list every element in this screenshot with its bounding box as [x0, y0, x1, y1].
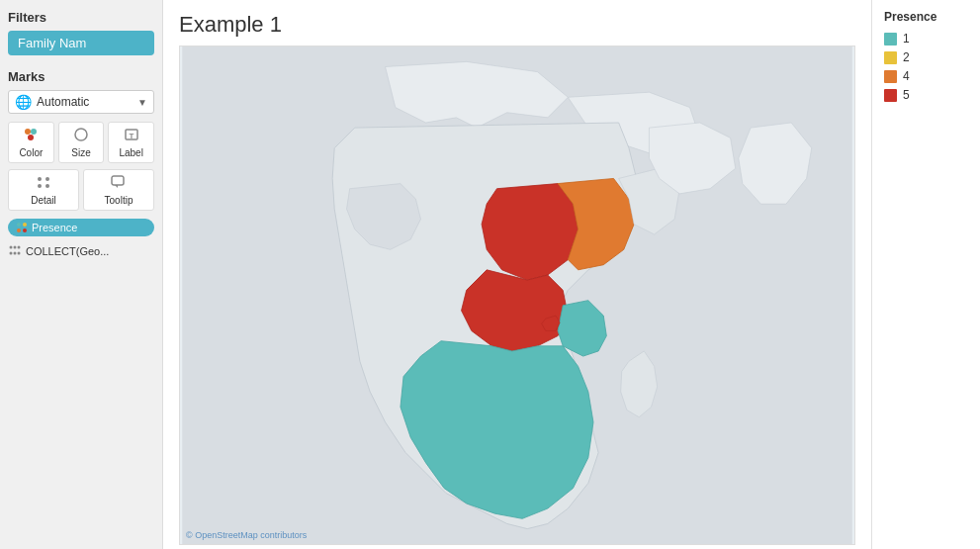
svg-point-21: [18, 252, 21, 255]
marks-type-dropdown[interactable]: 🌐 Automatic ▼: [8, 90, 154, 114]
size-label: Size: [71, 147, 90, 158]
color-label: Color: [19, 147, 43, 158]
label-button[interactable]: T Label: [108, 122, 154, 163]
attribution: © OpenStreetMap contributors: [186, 530, 307, 540]
tooltip-button[interactable]: Tooltip: [83, 169, 154, 211]
collect-label: COLLECT(Geo...: [26, 245, 109, 257]
svg-point-2: [28, 135, 34, 140]
map-svg: [180, 46, 854, 544]
globe-icon: 🌐: [15, 94, 32, 110]
svg-point-17: [14, 246, 17, 249]
marks-grid: Color Size T Label: [8, 122, 154, 163]
dropdown-label: Automatic: [37, 95, 137, 109]
legend-label-4: 4: [903, 69, 910, 83]
tooltip-icon: [111, 174, 127, 193]
detail-button[interactable]: Detail: [8, 169, 79, 211]
chevron-down-icon: ▼: [137, 97, 147, 108]
legend-item-5: 5: [884, 88, 968, 102]
svg-point-3: [75, 129, 87, 140]
legend-swatch-4: [884, 70, 897, 83]
color-button[interactable]: Color: [8, 122, 54, 163]
color-icon: [23, 127, 39, 145]
svg-marker-11: [115, 185, 118, 188]
legend-swatch-2: [884, 51, 897, 64]
svg-point-16: [10, 246, 13, 249]
size-icon: [73, 127, 89, 145]
svg-point-15: [23, 229, 27, 232]
svg-point-14: [17, 229, 21, 232]
label-icon: T: [124, 127, 139, 145]
legend-swatch-5: [884, 89, 897, 102]
svg-point-0: [25, 129, 31, 135]
marks-section: Marks 🌐 Automatic ▼ Color: [8, 69, 154, 262]
label-label: Label: [119, 147, 142, 158]
family-name-filter[interactable]: Family Nam: [8, 31, 154, 55]
svg-point-13: [23, 223, 27, 227]
svg-point-1: [31, 129, 37, 135]
legend-item-2: 2: [884, 50, 968, 64]
collect-icon: [8, 243, 22, 259]
collect-pill[interactable]: COLLECT(Geo...: [8, 240, 154, 262]
legend-item-1: 1: [884, 32, 968, 46]
tooltip-label: Tooltip: [105, 195, 134, 206]
svg-point-7: [45, 177, 49, 181]
marks-row2: Detail Tooltip: [8, 169, 154, 211]
presence-label: Presence: [32, 222, 77, 233]
svg-point-18: [18, 246, 21, 249]
legend-swatch-1: [884, 33, 897, 46]
filters-title: Filters: [8, 10, 154, 25]
legend-item-4: 4: [884, 69, 968, 83]
legend-label-1: 1: [903, 32, 910, 46]
svg-point-19: [10, 252, 13, 255]
legend-title: Presence: [884, 10, 968, 24]
legend-panel: Presence 1 2 4 5: [871, 0, 980, 549]
left-panel: Filters Family Nam Marks 🌐 Automatic ▼ C…: [0, 0, 163, 549]
size-button[interactable]: Size: [58, 122, 105, 163]
detail-icon: [36, 174, 51, 193]
legend-label-2: 2: [903, 50, 910, 64]
svg-point-8: [38, 184, 42, 188]
main-content: Example 1: [163, 0, 871, 549]
svg-text:T: T: [129, 132, 134, 140]
svg-point-6: [38, 177, 42, 181]
detail-label: Detail: [31, 195, 56, 206]
svg-point-12: [17, 223, 21, 227]
presence-pill[interactable]: Presence: [8, 219, 154, 236]
map-container: © OpenStreetMap contributors: [179, 46, 855, 545]
legend-label-5: 5: [903, 88, 910, 102]
marks-title: Marks: [8, 69, 154, 84]
svg-point-20: [14, 252, 17, 255]
svg-rect-10: [112, 176, 124, 185]
svg-point-9: [45, 184, 49, 188]
presence-dots-icon: [16, 222, 28, 233]
chart-title: Example 1: [179, 12, 855, 38]
